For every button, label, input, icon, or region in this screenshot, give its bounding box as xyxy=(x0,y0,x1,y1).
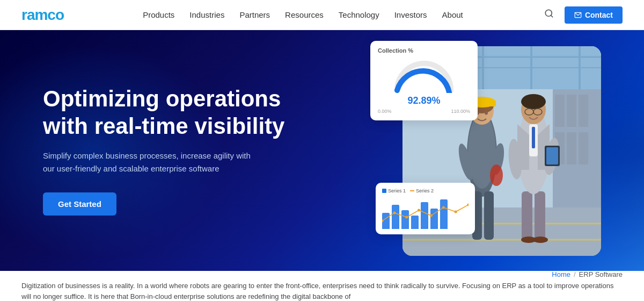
svg-point-6 xyxy=(418,209,420,212)
svg-point-41 xyxy=(490,164,503,186)
svg-point-40 xyxy=(485,111,488,115)
search-icon xyxy=(544,9,554,18)
svg-point-57 xyxy=(533,236,548,243)
hero-subtitle: Simplify complex business processes, inc… xyxy=(43,149,258,175)
bottom-body-text: Digitization of businesses is a reality.… xyxy=(21,281,623,301)
collection-value: 92.89% xyxy=(378,95,470,106)
breadcrumb-home[interactable]: Home xyxy=(552,270,570,278)
svg-rect-27 xyxy=(567,132,576,164)
nav-industries[interactable]: Industries xyxy=(189,10,224,19)
svg-rect-28 xyxy=(579,132,588,164)
svg-rect-25 xyxy=(579,95,588,127)
nav-about[interactable]: About xyxy=(442,10,463,19)
hero-image-area: Collection % 92.89% 0.00% 110.00% S xyxy=(402,46,601,256)
line-chart xyxy=(382,197,469,229)
breadcrumb-separator: / xyxy=(574,270,576,278)
svg-rect-43 xyxy=(535,191,545,242)
nav-links: Products Industries Partners Resources T… xyxy=(143,10,463,20)
hero-title: Optimizing operations with real-time vis… xyxy=(43,85,301,140)
contact-button[interactable]: Contact xyxy=(565,6,623,24)
svg-rect-50 xyxy=(546,147,558,164)
svg-point-9 xyxy=(455,211,457,213)
svg-line-1 xyxy=(551,15,552,17)
navbar-right: Contact xyxy=(542,6,623,24)
bottom-section: Home / ERP Software Digitization of busi… xyxy=(0,271,644,301)
svg-point-4 xyxy=(393,212,396,214)
svg-rect-23 xyxy=(555,95,565,127)
breadcrumb-current: ERP Software xyxy=(579,270,623,278)
logo: ramco xyxy=(21,6,64,24)
email-icon xyxy=(574,11,582,19)
svg-point-5 xyxy=(405,216,408,219)
card-labels: 0.00% 110.00% xyxy=(378,109,470,114)
breadcrumb: Home / ERP Software xyxy=(21,270,623,278)
svg-point-52 xyxy=(521,94,546,109)
collection-card: Collection % 92.89% 0.00% 110.00% xyxy=(370,41,478,120)
search-button[interactable] xyxy=(542,6,556,23)
svg-rect-24 xyxy=(567,95,576,127)
collection-card-title: Collection % xyxy=(378,47,470,54)
nav-investors[interactable]: Investors xyxy=(394,10,427,19)
chart-card: Series 1 Series 2 xyxy=(376,183,475,234)
nav-technology[interactable]: Technology xyxy=(339,10,379,19)
nav-resources[interactable]: Resources xyxy=(285,10,324,19)
navbar: ramco Products Industries Partners Resou… xyxy=(0,0,644,30)
mini-bar-chart xyxy=(382,197,469,229)
hero-section: Optimizing operations with real-time vis… xyxy=(0,30,644,271)
svg-point-7 xyxy=(430,214,433,217)
nav-partners[interactable]: Partners xyxy=(239,10,270,19)
svg-point-8 xyxy=(442,206,445,209)
svg-rect-31 xyxy=(484,191,494,240)
nav-products[interactable]: Products xyxy=(143,10,174,19)
hero-content: Optimizing operations with real-time vis… xyxy=(0,85,301,216)
get-started-button[interactable]: Get Started xyxy=(43,192,116,216)
svg-rect-42 xyxy=(522,191,532,242)
svg-rect-46 xyxy=(532,127,535,148)
gauge-chart xyxy=(378,58,470,93)
